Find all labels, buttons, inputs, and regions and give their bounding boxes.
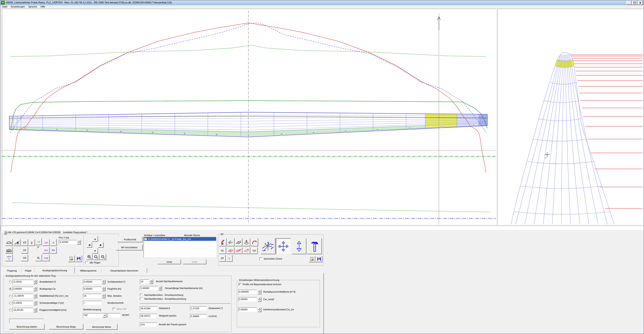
tab-fluegel[interactable]: Flügel [21,268,35,273]
render-mode-button[interactable] [219,238,226,246]
cw-rumpf-input[interactable]: 0,00000 [238,297,257,302]
vortex-button[interactable] [235,247,242,254]
menu-sprache[interactable]: Sprache [27,5,39,9]
alpha-flow-button[interactable]: α [227,238,234,246]
surface-visible-checkbox[interactable]: ✓ [144,238,147,240]
dashed-panel-button[interactable] [242,247,250,254]
export-2d-button[interactable] [68,255,75,262]
reset-view-button[interactable] [250,238,258,246]
nachlaufkorrektur1-checkbox[interactable] [140,294,142,296]
cwg-button[interactable]: cwg [42,254,50,261]
rotate-3d-button[interactable] [260,238,276,254]
blasenwiderstand-checkbox[interactable]: ✓ [238,283,241,286]
move-3d-button[interactable] [276,238,291,254]
bl-button[interactable]: BL [35,254,42,261]
schiebewinkel-input[interactable]: 0,00000 [83,280,102,284]
title-bar[interactable]: H 00000, Lizenznehmer Frank Ranis, FLZ_V… [0,0,644,5]
cwi-button[interactable]: cwi [42,239,50,246]
zoom-reset-button[interactable]: 1:1 [93,254,99,260]
xd-button[interactable]: XD [21,239,28,246]
schwerpunktlage-input[interactable]: 0,10626 [12,301,33,305]
zoom-out-button[interactable] [100,254,106,260]
vol-button[interactable]: Vol [250,247,258,254]
planform-canvas[interactable]: 0°0° 0°0° 0°0° 0°0° 0°0° 0°0° 0°0° [2,9,496,225]
zp-button[interactable]: ZP [219,255,226,262]
radio-stabilitaetsmass[interactable] [9,295,12,297]
anzahl-nachlauf-input[interactable]: 10 [140,279,149,284]
maximize-button[interactable]: ❒ [632,1,637,5]
xn-button[interactable]: XN [21,254,28,261]
surface-list-item[interactable]: ✓ 0) 20260103 ASW-17_JS-Profile_6m_UH [144,237,216,241]
minimize-button[interactable]: _ [626,1,632,5]
tab-hilfsprogramme[interactable]: Hilfsprogramme [75,268,102,273]
close-button[interactable]: ✕ [638,1,643,5]
gamma-button[interactable]: γ [28,239,35,246]
build-model-button[interactable] [307,238,322,254]
fluggeschwindigkeit-input[interactable]: 13,40140 [12,308,33,312]
cwv-button[interactable]: cwv [42,247,50,254]
anstellwinkel-input[interactable]: 3,19332 [12,280,33,284]
menu-datei[interactable]: Datei [0,5,9,9]
ca-button[interactable]: ca [36,238,42,245]
auslegungs-ca-input[interactable]: 0,60000 [12,287,33,291]
stabilitaetsmass-input[interactable]: -11,49978 [12,294,33,298]
save-2d-button[interactable] [75,255,82,262]
anzahl-nachlauf-spinner[interactable]: ▲▼ [150,279,153,284]
radio-fluggeschwindigkeit[interactable] [9,309,12,311]
panel-mesh-button[interactable] [235,238,242,246]
posy-input[interactable]: 2,41500 [59,240,77,245]
radio-anstellwinkel[interactable] [9,281,12,283]
gesamtlaenge-spinner[interactable]: ▲▼ [158,286,162,290]
pan-up-button[interactable]: ▲ [92,236,98,242]
undo-button[interactable]: Undo [158,259,181,264]
schwerpunktlage-spinner[interactable]: ▲▼ [34,301,37,305]
tab-gesamtpolaren[interactable]: Gesamtpolaren berechnen [102,268,147,273]
pan-down-button[interactable]: ▼ [92,248,98,254]
hangar-view-button[interactable] [5,247,13,254]
tab-flugzeug[interactable]: Flugzeug [2,268,22,273]
gesamtlaenge-input[interactable]: 1,00000 [140,286,158,290]
export-3d-button[interactable] [309,256,315,262]
schiebewinkel-spinner[interactable]: ▲▼ [102,280,106,284]
stabilitaetsmass-spinner[interactable]: ▲▼ [34,294,37,298]
anstellwinkel-spinner[interactable]: ▲▼ [34,280,37,284]
zoom-in-button[interactable] [86,254,92,260]
ca-checkbox[interactable]: ✓ [37,246,40,249]
airfoil-view-button[interactable] [5,239,13,246]
flughoehe-spinner[interactable]: ▲▼ [102,287,106,291]
np-verschieben-button[interactable]: NP verschieben [116,244,142,250]
redo-button[interactable]: Redo [183,259,206,264]
cw-int-input[interactable]: 0,00000 [238,307,257,312]
menu-einstellungen[interactable]: Einstellungen [9,5,27,9]
alpha-plane-button[interactable] [14,239,21,246]
hl-button[interactable]: HL [219,247,226,254]
berechnung-stopp-button[interactable]: Berechnung Stopp [49,324,83,329]
move-vertical-button[interactable] [292,238,306,254]
re-button[interactable]: Re [50,247,57,254]
menu-hilfe[interactable]: Hilfe [39,5,47,9]
profilschnitt-button[interactable]: Profilschnitt [118,236,142,242]
max-iteration-spinner[interactable]: ▲▼ [102,294,106,298]
berechnung-starten-button[interactable]: Berechnung starten [9,324,44,329]
posy-spinner[interactable]: ▲▼ [77,240,81,245]
cw-rumpf-spinner[interactable]: ▲▼ [258,297,261,302]
rumpfflaeche-input[interactable]: 0,000000 [238,290,257,294]
xs-button[interactable]: XS [21,247,28,254]
max-iteration-input[interactable]: 15 [83,294,102,298]
pan-left-button[interactable]: ◀ [86,242,92,248]
tab-auslegungsberechnung[interactable]: Auslegungsberechnung [35,267,75,273]
radio-schwerpunktlage[interactable] [9,302,12,304]
surface-list[interactable]: ✓ 0) 20260103 ASW-17_JS-Profile_6m_UH [144,237,216,257]
radio-auslegungs-ca[interactable] [9,288,12,290]
red-mesh-button[interactable] [227,247,234,254]
alle-fluegel-checkbox[interactable] [85,261,88,264]
flughoehe-input[interactable]: 0,00000 [83,287,102,291]
nachlaufkorrektur2-checkbox[interactable] [140,297,142,300]
normal-vector-button[interactable] [242,238,250,246]
cw-int-spinner[interactable]: ▲▼ [258,307,261,312]
rumpfflaeche-spinner[interactable]: ▲▼ [258,290,261,294]
skelett-dropdown[interactable]: TAT ▼ [83,313,107,318]
view3d-canvas[interactable] [497,9,643,225]
auslegungs-ca-spinner[interactable]: ▲▼ [34,287,37,291]
pan-right-button[interactable]: ▶ [98,242,104,248]
